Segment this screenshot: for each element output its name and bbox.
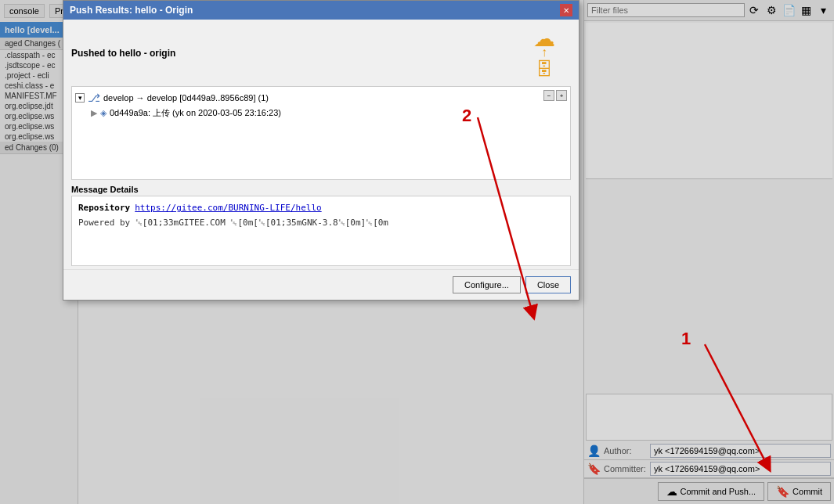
commit-node-icon: ◈ <box>100 108 107 118</box>
database-icon: 🗄 <box>536 59 553 80</box>
arrow-up-icon: ↑ <box>541 45 547 59</box>
expand-button[interactable]: + <box>556 90 567 101</box>
repo-label: Repository <box>78 203 130 213</box>
cloud-icon-area: ☁ ↑ 🗄 <box>533 26 555 80</box>
dialog-footer: Configure... Close <box>63 269 579 300</box>
commit-label: 0d449a9a: 上传 (yk on 2020-03-05 23:16:23) <box>110 107 281 119</box>
branch-label: develop → develop [0d449a9..8956c89] (1) <box>103 93 269 103</box>
expand-arrow: ▶ <box>91 108 97 118</box>
tree-area: ▾ ⎇ develop → develop [0d449a9..8956c89]… <box>71 86 571 180</box>
commit-tree-row: ▶ ◈ 0d449a9a: 上传 (yk on 2020-03-05 23:16… <box>91 106 281 121</box>
powered-line: Powered by ␛[01;33mGITEE.COM ␛[0m[␛[01;3… <box>78 218 564 228</box>
dialog-titlebar: Push Results: hello - Origin ✕ <box>63 1 579 20</box>
push-dialog: Push Results: hello - Origin ✕ Pushed to… <box>63 0 579 301</box>
collapse-button[interactable]: ▾ <box>75 93 85 103</box>
dialog-title: Push Results: hello - Origin <box>70 5 193 16</box>
pushed-title: Pushed to hello - origin <box>71 48 175 59</box>
branch-icon: ⎇ <box>88 92 100 104</box>
message-details-content: Repository https://gitee.com/BURNING-LIF… <box>71 196 571 266</box>
message-details-area: Message Details Repository https://gitee… <box>71 183 571 266</box>
minimize-button[interactable]: − <box>543 90 554 101</box>
repo-row: Repository https://gitee.com/BURNING-LIF… <box>78 203 564 213</box>
close-button[interactable]: Close <box>525 276 571 293</box>
repo-link[interactable]: https://gitee.com/BURNING-LIFE/hello <box>135 203 321 213</box>
dialog-close-button[interactable]: ✕ <box>560 4 572 16</box>
message-details-label: Message Details <box>71 183 571 196</box>
tree-controls: − + <box>543 90 567 101</box>
dialog-header: Pushed to hello - origin ☁ ↑ 🗄 <box>63 20 579 83</box>
configure-button[interactable]: Configure... <box>453 276 521 293</box>
branch-tree-row: ▾ ⎇ develop → develop [0d449a9..8956c89]… <box>75 90 281 106</box>
